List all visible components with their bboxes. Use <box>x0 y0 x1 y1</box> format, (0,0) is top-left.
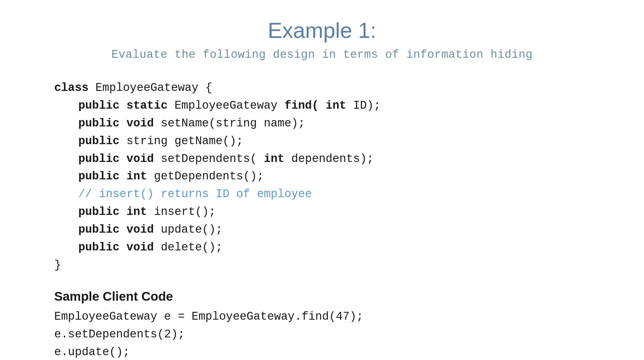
int-kw-3: int <box>127 170 147 183</box>
client-code-block: EmployeeGateway e = EmployeeGateway.find… <box>54 308 626 360</box>
setdependents-method-line: public void setDependents( int dependent… <box>78 150 626 168</box>
class-name: EmployeeGateway { <box>95 81 212 94</box>
page-subtitle: Evaluate the following design in terms o… <box>18 48 626 61</box>
getdependents-text: getDependents(); <box>154 170 264 183</box>
public-kw-6: public <box>78 205 120 218</box>
class-code-block: class EmployeeGateway { public static Em… <box>54 79 626 274</box>
void-kw-2: void <box>127 152 154 165</box>
public-kw-5: public <box>78 170 120 183</box>
setname-text: setName(string name); <box>161 117 305 130</box>
static-kw: static <box>127 99 168 112</box>
insert-text: insert(); <box>154 205 216 218</box>
public-kw-2: public <box>78 117 120 130</box>
insert-method-line: public int insert(); <box>78 203 626 221</box>
int-kw-1: int <box>326 99 346 112</box>
public-kw-4: public <box>78 152 120 165</box>
void-kw-1: void <box>127 117 154 130</box>
comment-line: // insert() returns ID of employee <box>78 185 626 203</box>
find-rest: ID); <box>353 99 380 112</box>
client-line-3: e.update(); <box>54 343 626 360</box>
void-kw-3: void <box>127 223 154 236</box>
public-kw-3: public <box>78 135 120 147</box>
public-kw-1: public <box>78 99 120 112</box>
setdependents-text2: dependents); <box>291 152 374 165</box>
getname-method-line: public string getName(); <box>78 132 626 150</box>
find-method-line: public static EmployeeGateway find( int … <box>78 97 626 115</box>
int-kw-2: int <box>264 152 284 165</box>
setname-method-line: public void setName(string name); <box>78 115 626 132</box>
update-text: update(); <box>161 223 223 236</box>
delete-method-line: public void delete(); <box>78 239 626 256</box>
client-line-2: e.setDependents(2); <box>54 326 626 343</box>
find-kw: find( <box>284 99 319 112</box>
getname-text: string getName(); <box>127 135 243 147</box>
update-method-line: public void update(); <box>78 221 626 239</box>
class-declaration-line: class EmployeeGateway { <box>54 79 626 97</box>
class-keyword: class <box>54 81 89 94</box>
setdependents-text1: setDependents( <box>161 152 257 165</box>
public-kw-7: public <box>78 223 120 236</box>
public-kw-8: public <box>78 241 120 254</box>
page-title: Example 1: <box>18 18 626 43</box>
delete-text: delete(); <box>161 241 223 254</box>
client-line-1: EmployeeGateway e = EmployeeGateway.find… <box>54 308 626 326</box>
void-kw-4: void <box>127 241 154 254</box>
sample-client-code-heading: Sample Client Code <box>54 289 626 304</box>
getdependents-method-line: public int getDependents(); <box>78 168 626 185</box>
find-method-text: EmployeeGateway <box>174 99 284 112</box>
int-kw-4: int <box>127 205 147 218</box>
closing-brace-line: } <box>54 256 626 274</box>
